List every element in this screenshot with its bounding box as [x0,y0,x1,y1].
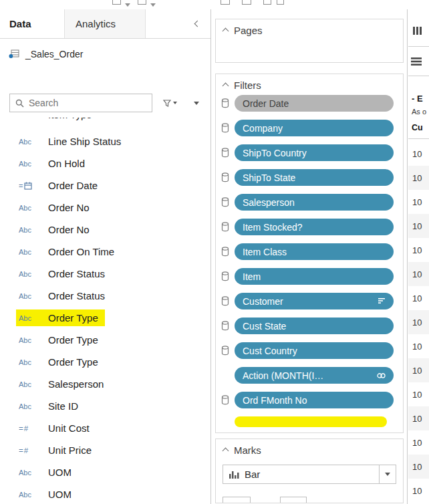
clipped-toolbar-icon[interactable] [112,0,121,5]
columns-shelf[interactable] [408,15,429,47]
filters-shelf[interactable]: Filters Order Date Company ShipTo Countr… [215,74,404,433]
string-type-icon: Abc [19,204,48,212]
field-row[interactable]: Abc Order Status [0,263,210,285]
chevron-up-icon[interactable] [223,83,229,90]
field-row[interactable]: Abc Line Ship Status [0,130,210,152]
filter-pill-shipto-country[interactable]: ShipTo Country [235,144,394,161]
filter-pill-customer[interactable]: Customer [235,293,394,309]
datasource-row[interactable]: _Sales_Order [0,39,210,70]
tab-data[interactable]: Data [0,9,64,38]
table-cell: 10 [408,262,429,286]
marks-button-fragment[interactable] [280,497,307,503]
field-row[interactable]: Abc UOM [0,461,210,483]
rows-shelf[interactable] [408,47,429,76]
sheet-subtitle-fragment: As o [412,108,426,116]
filter-pill-cust-country[interactable]: Cust Country [235,342,394,359]
mark-type-value: Bar [245,469,379,480]
clipped-toolbar-icon[interactable] [221,0,230,5]
string-type-icon: Abc [19,469,48,477]
field-row[interactable]: Abc Order No [0,197,210,219]
marks-button-fragment[interactable] [223,497,251,503]
field-row[interactable]: Abc Item Type [0,118,210,130]
field-row[interactable]: Abc Order No [0,219,210,241]
field-row[interactable]: Abc Order Type [0,351,210,373]
mark-type-select[interactable]: Bar [223,465,396,484]
string-type-icon: Abc [19,226,48,234]
filter-pill-row: Order Date [221,95,394,112]
yellow-highlight-underline [235,416,387,427]
field-row[interactable]: Abc On Hold [0,152,210,174]
chevron-down-icon [385,473,390,476]
field-row[interactable]: Abc Order Type [0,329,210,351]
table-cell: 10 [408,166,429,190]
string-type-icon: Abc [19,248,48,256]
database-icon [221,222,229,232]
filter-pill-cust-state[interactable]: Cust State [235,318,394,334]
clipped-toolbar-icon[interactable] [263,0,271,5]
filter-pill-row: Item Class [221,243,394,260]
field-row[interactable]: Abc UOM [0,483,210,504]
clipped-toolbar-icon[interactable] [138,0,146,5]
chevron-down-icon[interactable] [150,3,156,7]
filter-pill-row: Action (MONTH(I… [221,367,394,384]
marks-card[interactable]: Marks Bar [215,438,404,503]
columns-icon [412,25,423,36]
table-cell: 10 [408,479,429,503]
field-row[interactable]: Abc Site ID [0,395,210,417]
filter-pill-item-stocked[interactable]: Item Stocked? [235,219,394,235]
calendar-icon [24,182,32,190]
filter-pill-salesperson[interactable]: Salesperson [235,194,394,211]
sort-filter-icon [378,298,386,304]
toolbar-strip [0,0,429,9]
table-cell: 10 [408,238,429,262]
clipped-toolbar-icon[interactable] [277,0,284,5]
field-row-highlighted[interactable]: Abc Order Type [0,307,210,329]
filter-pill-row: Cust Country [221,342,394,359]
tableau-workspace: Data Analytics _Sales_Order [0,0,429,504]
database-icon [221,247,229,257]
filter-pill-action-month[interactable]: Action (MONTH(I… [235,367,394,384]
filter-pill-row: Customer [221,293,394,309]
search-input[interactable] [29,98,129,108]
field-row[interactable]: =# Unit Price [0,439,210,461]
database-icon [221,148,229,158]
calculated-date-type-icon: = [19,182,48,190]
collapse-pane-button[interactable] [195,21,200,26]
table-cell: 10 [408,358,429,382]
table-cell: 10 [408,142,429,166]
rows-icon [411,57,422,66]
chevron-down-icon[interactable] [125,3,130,7]
filter-pill-row: Ord FMonth No [221,392,394,408]
field-row[interactable]: =# Unit Cost [0,417,210,439]
filter-pill-row: Item [221,268,394,285]
pages-shelf[interactable]: Pages [215,19,404,63]
string-type-icon: Abc [19,336,48,344]
database-icon [221,172,229,182]
filter-pill-company[interactable]: Company [235,120,394,136]
chevron-left-icon [194,21,201,27]
filter-pill-shipto-state[interactable]: ShipTo State [235,169,394,186]
clipped-toolbar-icon[interactable] [242,0,251,5]
yellow-highlight: Abc Order Type [16,309,105,326]
tab-analytics[interactable]: Analytics [64,9,146,38]
chevron-up-icon[interactable] [223,448,229,455]
filter-pill-row: ShipTo Country [221,144,394,161]
field-filter-button[interactable] [159,94,180,112]
string-type-icon: Abc [19,402,48,410]
filter-pill-order-date[interactable]: Order Date [235,95,394,112]
field-row[interactable]: Abc Order On Time [0,241,210,263]
filter-pill-item-class[interactable]: Item Class [235,243,394,260]
field-row[interactable]: = Order Date [0,174,210,197]
filter-pill-row: Salesperson [221,194,394,211]
table-cell: 10 [408,406,429,430]
filter-pill-item[interactable]: Item [235,268,394,285]
shelves-pane: Pages Filters Order Date Company ShipTo … [212,9,408,504]
filter-pill-ord-fmonth-no[interactable]: Ord FMonth No [235,392,394,408]
chevron-up-icon[interactable] [223,28,229,35]
mark-type-dropdown-button[interactable] [379,465,396,483]
field-row[interactable]: Abc Salesperson [0,373,210,395]
view-options-button[interactable] [186,94,207,112]
string-type-icon: Abc [19,380,48,388]
data-pane: Data Analytics _Sales_Order [0,9,211,504]
field-row[interactable]: Abc Order Status [0,285,210,307]
